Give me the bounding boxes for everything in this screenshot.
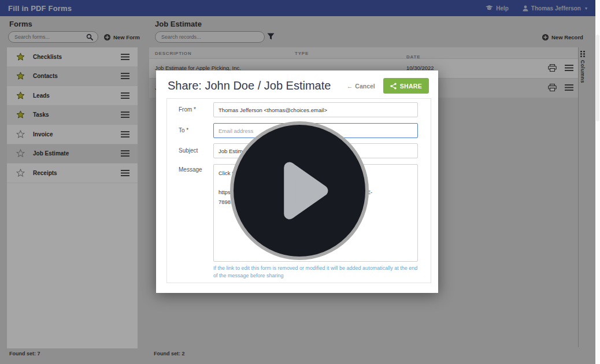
share-button[interactable]: SHARE bbox=[383, 78, 429, 94]
scrollbar-thumb[interactable] bbox=[596, 35, 599, 121]
share-icon bbox=[390, 83, 397, 90]
from-field[interactable] bbox=[213, 102, 418, 117]
play-icon bbox=[275, 157, 333, 224]
to-label: To * bbox=[179, 123, 188, 138]
from-label: From * bbox=[179, 102, 196, 117]
modal-title: Share: John Doe / Job Estimate bbox=[168, 79, 347, 92]
page-scrollbar[interactable] bbox=[595, 0, 600, 364]
link-helper-text: If the link to edit this form is removed… bbox=[213, 265, 423, 280]
cancel-button[interactable]: ← Cancel bbox=[347, 83, 375, 90]
arrow-left-icon: ← bbox=[347, 83, 353, 90]
message-label: Message bbox=[179, 164, 202, 176]
subject-label: Subject bbox=[179, 143, 198, 158]
video-play-button[interactable] bbox=[230, 121, 369, 260]
